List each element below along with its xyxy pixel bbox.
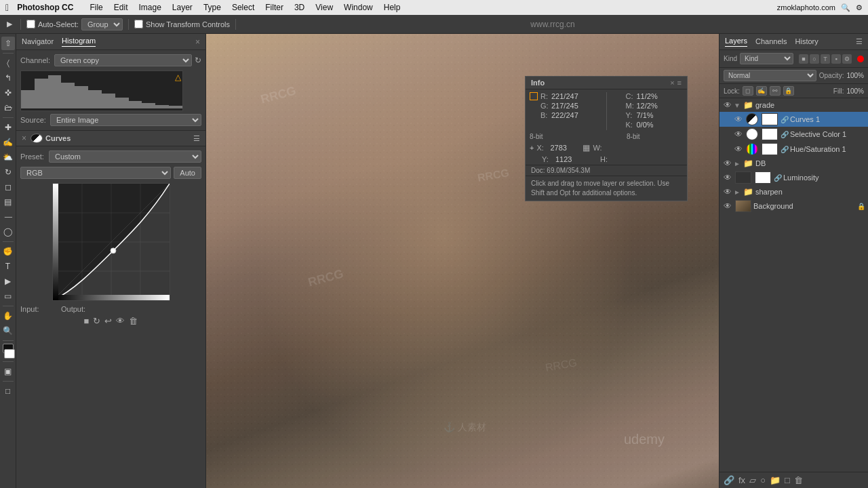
curves-reset-btn[interactable]: 🗑: [129, 316, 138, 326]
tab-navigator[interactable]: Navigator: [22, 37, 54, 47]
lock-transparent-btn[interactable]: ◻: [743, 86, 753, 96]
opacity-value[interactable]: 100%: [846, 72, 864, 79]
auto-select-mode[interactable]: Group: [81, 18, 123, 30]
curves-edit-point-btn[interactable]: ■: [84, 316, 90, 326]
new-layer-btn[interactable]: □: [785, 475, 790, 485]
filter-pixel[interactable]: ■: [799, 54, 808, 64]
background-color[interactable]: [4, 349, 15, 359]
menu-file[interactable]: File: [84, 3, 108, 12]
heal-tool[interactable]: ✚: [1, 121, 15, 134]
layer-item-background[interactable]: 👁 Background 🔒: [719, 199, 868, 214]
tab-layers[interactable]: Layers: [725, 37, 747, 47]
new-group-btn[interactable]: 📁: [770, 475, 781, 485]
zoom-tool[interactable]: 🔍: [1, 324, 15, 338]
menu-select[interactable]: Select: [226, 3, 260, 12]
curves-smooth-btn[interactable]: ↩: [104, 316, 112, 326]
layer-effects-btn[interactable]: fx: [738, 475, 745, 485]
add-mask-btn[interactable]: ▱: [749, 475, 756, 485]
text-tool[interactable]: T: [1, 260, 15, 273]
layer-item-grade[interactable]: 👁 ▼ 📁 grade: [719, 98, 868, 112]
channel-select[interactable]: Green copy: [54, 54, 192, 66]
filter-shape[interactable]: ▪: [831, 54, 841, 64]
kind-select[interactable]: Kind: [740, 53, 793, 64]
layer-vis-selcolor1[interactable]: 👁: [733, 129, 744, 140]
layer-vis-sharpen[interactable]: 👁: [722, 186, 733, 197]
move-tool-button[interactable]: ▶: [4, 18, 15, 30]
link-layers-btn[interactable]: 🔗: [724, 475, 734, 485]
new-fill-adj-btn[interactable]: ○: [760, 475, 766, 485]
props-icon-1[interactable]: ☰: [193, 134, 200, 143]
menu-3d[interactable]: 3D: [289, 3, 310, 12]
layer-vis-luminosity[interactable]: 👁: [722, 172, 733, 183]
nav-panel-close[interactable]: ×: [195, 37, 200, 47]
lock-position-btn[interactable]: ⚯: [770, 86, 781, 96]
path-select-tool[interactable]: ▶: [1, 274, 15, 288]
menu-filter[interactable]: Filter: [260, 3, 289, 12]
layer-expand-db[interactable]: ►: [733, 158, 741, 169]
gradient-tool[interactable]: ▤: [1, 195, 15, 209]
filter-type[interactable]: T: [821, 54, 830, 64]
menu-view[interactable]: View: [310, 3, 338, 12]
eraser-tool[interactable]: ◻: [1, 180, 15, 194]
history-brush-tool[interactable]: ↻: [1, 165, 15, 179]
eyedropper-tool[interactable]: 🗁: [1, 101, 15, 115]
layer-item-selcolor1[interactable]: 👁 🔗 Selective Color 1: [719, 127, 868, 142]
dodge-tool[interactable]: ◯: [1, 225, 15, 239]
layer-vis-curves1[interactable]: 👁: [733, 114, 744, 125]
lasso-tool[interactable]: ↰: [1, 71, 15, 85]
layers-panel-menu[interactable]: ☰: [856, 37, 863, 46]
menu-type[interactable]: Type: [198, 3, 226, 12]
layer-vis-hue1[interactable]: 👁: [733, 144, 744, 155]
layer-item-luminosity[interactable]: 👁 🔗 Luminosity: [719, 170, 868, 185]
brush-tool[interactable]: ✍: [1, 136, 15, 149]
stamp-tool[interactable]: ⛅: [1, 150, 15, 164]
curves-draw-btn[interactable]: ↻: [93, 316, 100, 326]
filter-active-dot[interactable]: [857, 56, 864, 62]
menu-help[interactable]: Help: [378, 3, 406, 12]
layer-item-curves1[interactable]: 👁 🔗 Curves 1: [719, 112, 868, 127]
layer-vis-grade[interactable]: 👁: [722, 100, 733, 110]
menu-image[interactable]: Image: [133, 3, 166, 12]
show-transform-checkbox[interactable]: [134, 20, 143, 28]
layer-vis-db[interactable]: 👁: [722, 158, 733, 169]
properties-panel-close[interactable]: ×: [22, 134, 26, 143]
filter-adj[interactable]: ○: [810, 54, 819, 64]
lock-all-btn[interactable]: 🔒: [783, 86, 794, 96]
tab-history[interactable]: History: [795, 37, 818, 47]
refresh-button[interactable]: ↻: [195, 56, 201, 65]
auto-select-checkbox[interactable]: [26, 20, 35, 28]
crop-tool[interactable]: ✜: [1, 86, 15, 100]
info-close-btn[interactable]: ×: [670, 79, 674, 87]
layer-item-hue1[interactable]: 👁 🔗 Hue/Saturation 1: [719, 142, 868, 157]
preset-select[interactable]: Custom: [49, 150, 201, 163]
blur-tool[interactable]: ⸻: [1, 210, 15, 224]
layer-item-db[interactable]: 👁 ► 📁 DB: [719, 157, 868, 170]
fill-value[interactable]: 100%: [846, 87, 864, 95]
tab-histogram[interactable]: Histogram: [62, 37, 96, 47]
pen-tool[interactable]: ✊: [1, 245, 15, 258]
search-icon[interactable]: 🔍: [841, 3, 850, 12]
quick-mask-tool[interactable]: ▣: [1, 365, 15, 378]
blend-mode-select[interactable]: Normal: [724, 70, 816, 81]
delete-layer-btn[interactable]: 🗑: [794, 475, 803, 485]
layer-expand-grade[interactable]: ▼: [733, 100, 741, 110]
source-select[interactable]: Entire Image: [50, 114, 201, 126]
lock-pixels-btn[interactable]: ✍: [756, 86, 767, 96]
screen-mode-tool[interactable]: □: [1, 384, 15, 398]
menu-window[interactable]: Window: [338, 3, 378, 12]
settings-icon[interactable]: ⚙: [856, 3, 863, 12]
menu-edit[interactable]: Edit: [108, 3, 134, 12]
hand-tool[interactable]: ✋: [1, 309, 15, 323]
layer-expand-sharpen[interactable]: ►: [733, 186, 741, 197]
tab-channels[interactable]: Channels: [755, 37, 787, 47]
curves-channel-select[interactable]: RGB: [20, 167, 171, 179]
menu-layer[interactable]: Layer: [167, 3, 198, 12]
select-tool[interactable]: 〈: [1, 56, 15, 70]
info-menu-btn[interactable]: ≡: [677, 79, 682, 87]
auto-button[interactable]: Auto: [174, 167, 201, 179]
layer-vis-background[interactable]: 👁: [722, 201, 733, 211]
filter-smart[interactable]: ⚙: [842, 54, 852, 64]
curves-eye-btn[interactable]: 👁: [116, 316, 125, 326]
layer-item-sharpen[interactable]: 👁 ► 📁 sharpen: [719, 185, 868, 199]
move-tool[interactable]: ⇧: [1, 37, 15, 50]
